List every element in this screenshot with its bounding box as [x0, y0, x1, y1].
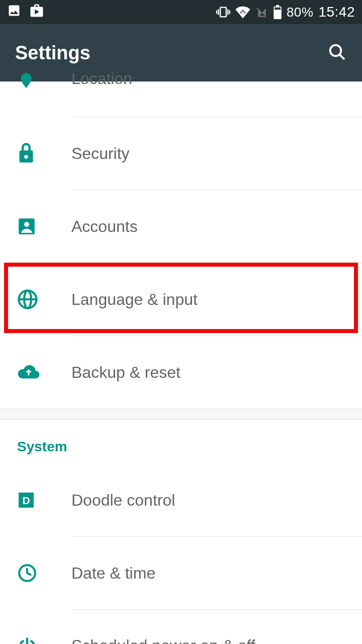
- settings-item-label: Date & time: [71, 564, 155, 583]
- svg-text:D: D: [22, 495, 30, 506]
- svg-line-2: [340, 55, 344, 59]
- battery-percentage: 80%: [287, 5, 314, 20]
- search-icon[interactable]: [327, 42, 347, 64]
- svg-point-1: [330, 45, 341, 56]
- svg-rect-0: [275, 8, 281, 10]
- status-clock: 15:42: [318, 4, 355, 20]
- settings-item-backup[interactable]: Backup & reset: [0, 336, 362, 409]
- settings-item-label: Language & input: [71, 290, 198, 309]
- account-icon: [17, 217, 71, 236]
- settings-item-label: Doodle control: [71, 491, 175, 510]
- settings-item-label: Accounts: [71, 217, 138, 236]
- page-title: Settings: [15, 42, 90, 64]
- status-bar: 80% 15:42: [0, 0, 362, 24]
- doodle-icon: D: [17, 491, 71, 509]
- section-header-system: System: [0, 420, 362, 464]
- settings-item-label: Scheduled power on & off: [71, 636, 255, 644]
- cloud-upload-icon: [17, 364, 71, 381]
- lock-icon: [17, 143, 71, 164]
- image-icon: [7, 4, 21, 21]
- power-icon: [17, 637, 71, 644]
- play-store-icon: [29, 3, 44, 22]
- settings-item-security[interactable]: Security: [0, 117, 362, 190]
- settings-item-datetime[interactable]: Date & time: [0, 537, 362, 609]
- settings-item-accounts[interactable]: Accounts: [0, 190, 362, 263]
- svg-point-5: [24, 222, 29, 227]
- settings-item-location[interactable]: Location: [0, 82, 362, 117]
- location-icon: [17, 71, 71, 90]
- battery-icon: [274, 5, 282, 19]
- vibrate-icon: [216, 5, 230, 19]
- no-sim-icon: [255, 6, 268, 19]
- section-header-label: System: [17, 439, 67, 454]
- globe-icon: [17, 289, 71, 310]
- settings-item-doodle[interactable]: D Doodle control: [0, 464, 362, 536]
- clock-icon: [17, 563, 71, 583]
- wifi-icon: [235, 5, 250, 20]
- settings-item-label: Location: [71, 69, 132, 88]
- settings-list: Location Security Accounts Language & in…: [0, 82, 362, 644]
- svg-point-3: [25, 155, 28, 158]
- settings-item-label: Backup & reset: [71, 363, 180, 382]
- settings-item-language[interactable]: Language & input: [0, 263, 362, 336]
- settings-item-label: Security: [71, 144, 130, 163]
- settings-item-scheduled[interactable]: Scheduled power on & off: [0, 610, 362, 644]
